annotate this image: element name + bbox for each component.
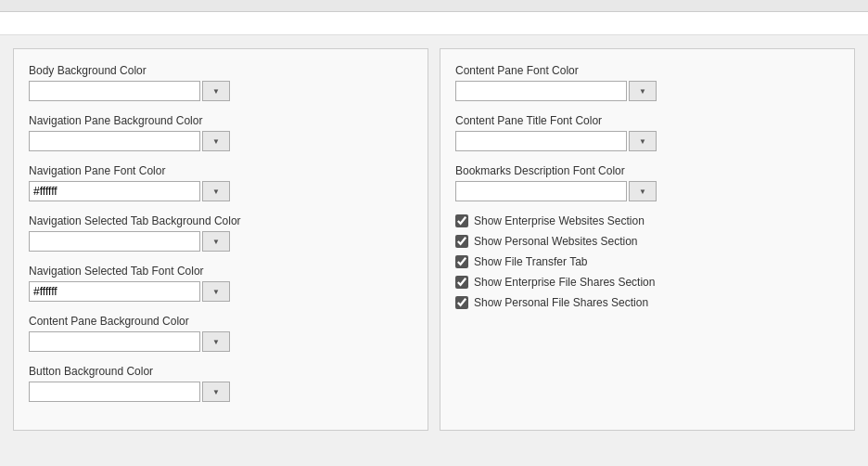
info-bar: [0, 12, 868, 35]
color-picker-btn-content-pane-font-color[interactable]: [629, 81, 657, 101]
main-content: Body Background ColorNavigation Pane Bac…: [0, 35, 868, 444]
checkbox-label-show-personal-websites: Show Personal Websites Section: [474, 235, 638, 248]
checkbox-label-show-enterprise-websites: Show Enterprise Websites Section: [474, 214, 645, 227]
checkbox-item-show-enterprise-websites[interactable]: Show Enterprise Websites Section: [455, 214, 839, 227]
label-bookmarks-desc-font-color: Bookmarks Description Font Color: [455, 164, 839, 177]
checkbox-show-file-transfer-tab[interactable]: [455, 255, 468, 268]
color-input-row-content-pane-title-font-color: [455, 131, 839, 151]
color-text-nav-pane-bg-color[interactable]: [29, 131, 200, 151]
field-group-body-bg-color: Body Background Color: [29, 64, 413, 101]
checkbox-item-show-enterprise-file-shares[interactable]: Show Enterprise File Shares Section: [455, 276, 839, 289]
color-picker-btn-content-pane-title-font-color[interactable]: [629, 131, 657, 151]
color-text-nav-selected-tab-bg-color[interactable]: [29, 231, 200, 252]
checkbox-group: Show Enterprise Websites SectionShow Per…: [455, 214, 839, 309]
color-input-row-button-bg-color: [29, 382, 413, 402]
label-nav-selected-tab-font-color: Navigation Selected Tab Font Color: [29, 265, 413, 278]
color-text-nav-pane-font-color[interactable]: [29, 181, 200, 201]
color-picker-btn-button-bg-color[interactable]: [202, 382, 230, 402]
color-picker-btn-body-bg-color[interactable]: [202, 81, 230, 101]
label-content-pane-title-font-color: Content Pane Title Font Color: [455, 114, 839, 127]
color-input-row-content-pane-font-color: [455, 81, 839, 101]
color-text-nav-selected-tab-font-color[interactable]: [29, 281, 200, 302]
field-group-nav-selected-tab-font-color: Navigation Selected Tab Font Color: [29, 265, 413, 302]
field-group-nav-pane-font-color: Navigation Pane Font Color: [29, 164, 413, 201]
checkbox-label-show-personal-shares: Show Personal File Shares Section: [474, 296, 648, 309]
field-group-content-pane-font-color: Content Pane Font Color: [455, 64, 839, 101]
color-picker-btn-nav-selected-tab-bg-color[interactable]: [202, 231, 230, 252]
label-content-pane-font-color: Content Pane Font Color: [455, 64, 839, 77]
checkbox-show-personal-shares[interactable]: [455, 296, 468, 309]
label-content-pane-bg-color: Content Pane Background Color: [29, 315, 413, 328]
color-text-bookmarks-desc-font-color[interactable]: [455, 181, 627, 201]
color-text-button-bg-color[interactable]: [29, 382, 200, 402]
checkbox-item-show-personal-websites[interactable]: Show Personal Websites Section: [455, 235, 839, 248]
checkbox-item-show-file-transfer-tab[interactable]: Show File Transfer Tab: [455, 255, 839, 268]
label-nav-pane-font-color: Navigation Pane Font Color: [29, 164, 413, 177]
color-input-row-nav-pane-bg-color: [29, 131, 413, 151]
field-group-content-pane-title-font-color: Content Pane Title Font Color: [455, 114, 839, 151]
page-title: [0, 0, 868, 12]
color-text-content-pane-title-font-color[interactable]: [455, 131, 627, 151]
label-body-bg-color: Body Background Color: [29, 64, 413, 77]
checkbox-label-show-file-transfer-tab: Show File Transfer Tab: [474, 255, 588, 268]
color-input-row-nav-selected-tab-font-color: [29, 281, 413, 302]
color-picker-btn-nav-pane-bg-color[interactable]: [202, 131, 230, 151]
label-nav-pane-bg-color: Navigation Pane Background Color: [29, 114, 413, 127]
label-nav-selected-tab-bg-color: Navigation Selected Tab Background Color: [29, 214, 413, 227]
color-input-row-bookmarks-desc-font-color: [455, 181, 839, 201]
checkbox-label-show-enterprise-file-shares: Show Enterprise File Shares Section: [474, 276, 655, 289]
checkbox-show-enterprise-file-shares[interactable]: [455, 276, 468, 289]
checkbox-show-personal-websites[interactable]: [455, 235, 468, 248]
checkbox-item-show-personal-shares[interactable]: Show Personal File Shares Section: [455, 296, 839, 309]
color-input-row-body-bg-color: [29, 81, 413, 101]
label-button-bg-color: Button Background Color: [29, 365, 413, 378]
color-input-row-content-pane-bg-color: [29, 331, 413, 352]
color-picker-btn-bookmarks-desc-font-color[interactable]: [629, 181, 657, 201]
checkbox-show-enterprise-websites[interactable]: [455, 214, 468, 227]
color-picker-btn-content-pane-bg-color[interactable]: [202, 331, 230, 352]
color-text-body-bg-color[interactable]: [29, 81, 200, 101]
color-picker-btn-nav-selected-tab-font-color[interactable]: [202, 281, 230, 302]
field-group-content-pane-bg-color: Content Pane Background Color: [29, 315, 413, 352]
field-group-button-bg-color: Button Background Color: [29, 365, 413, 402]
color-input-row-nav-pane-font-color: [29, 181, 413, 201]
left-panel: Body Background ColorNavigation Pane Bac…: [13, 48, 428, 431]
field-group-nav-pane-bg-color: Navigation Pane Background Color: [29, 114, 413, 151]
color-text-content-pane-font-color[interactable]: [455, 81, 627, 101]
field-group-nav-selected-tab-bg-color: Navigation Selected Tab Background Color: [29, 214, 413, 252]
color-text-content-pane-bg-color[interactable]: [29, 331, 200, 352]
right-panel: Content Pane Font ColorContent Pane Titl…: [440, 48, 855, 431]
color-input-row-nav-selected-tab-bg-color: [29, 231, 413, 252]
color-picker-btn-nav-pane-font-color[interactable]: [202, 181, 230, 201]
field-group-bookmarks-desc-font-color: Bookmarks Description Font Color: [455, 164, 839, 201]
